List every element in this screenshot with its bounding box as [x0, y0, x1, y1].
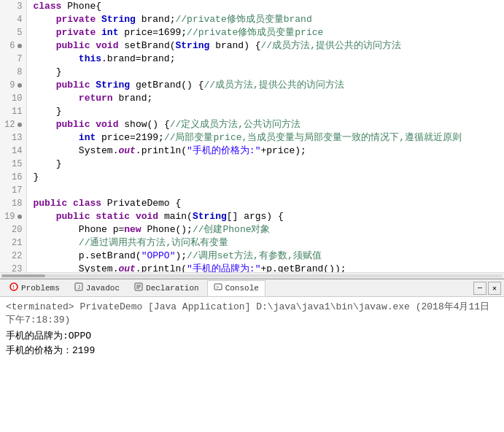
- code-line: this.brand=brand;: [30, 53, 501, 66]
- problems-icon: !: [9, 282, 18, 293]
- code-line: public String getBrand() {//成员方法,提供公共的访问…: [30, 79, 501, 92]
- svg-text:>_: >_: [216, 285, 222, 290]
- code-line: }: [30, 66, 501, 79]
- horizontal-scrollbar[interactable]: [0, 272, 504, 278]
- code-editor: 3456789101112131415161718192021222324252…: [0, 0, 504, 279]
- console-icon: >_: [214, 282, 222, 293]
- line-number: 10: [4, 92, 22, 105]
- code-line: private String brand;//private修饰成员变量bran…: [30, 13, 501, 26]
- line-number: 13: [4, 131, 22, 144]
- line-number: 22: [4, 250, 22, 263]
- line-number: 9: [4, 79, 22, 92]
- breakpoint-dot: [18, 123, 22, 127]
- code-line: public void setBrand(String brand) {//成员…: [30, 39, 501, 53]
- scrollbar-track: [1, 274, 503, 277]
- breakpoint-dot: [18, 44, 22, 48]
- breakpoint-dot: [18, 215, 22, 219]
- console-terminated-line: <terminated> PrivateDemo [Java Applicati…: [6, 300, 498, 326]
- console-body: <terminated> PrivateDemo [Java Applicati…: [0, 297, 504, 432]
- line-number: 3: [4, 0, 22, 13]
- scrollbar-thumb: [1, 274, 45, 277]
- close-console-button[interactable]: ✕: [488, 282, 501, 295]
- line-number: 18: [4, 197, 22, 210]
- code-line: //通过调用共有方法,访问私有变量: [30, 236, 501, 250]
- line-number: 19: [4, 210, 22, 223]
- javadoc-icon: J: [74, 282, 83, 293]
- code-line: }: [30, 105, 501, 118]
- code-line: public class PrivateDemo {: [30, 197, 501, 210]
- bottom-panel: !ProblemsJJavadocDeclaration>_Console—✕ …: [0, 279, 504, 432]
- line-number: 16: [4, 171, 22, 184]
- code-area: 3456789101112131415161718192021222324252…: [0, 0, 504, 272]
- decl-icon: [134, 282, 143, 293]
- code-line: }: [30, 158, 501, 171]
- line-number: 7: [4, 53, 22, 66]
- code-line: int price=2199;//局部变量price,当成员变量与局部变量一致的…: [30, 131, 501, 144]
- line-number: 4: [4, 13, 22, 26]
- line-number: 15: [4, 158, 22, 171]
- console-output-line: 手机的品牌为:OPPO: [6, 329, 498, 344]
- tab-console[interactable]: >_Console: [207, 280, 265, 296]
- svg-text:J: J: [77, 285, 80, 290]
- line-number: 8: [4, 66, 22, 79]
- code-line: private int price=1699;//private修饰成员变量pr…: [30, 26, 501, 39]
- line-number: 20: [4, 223, 22, 236]
- tab-label-javadoc: Javadoc: [86, 284, 120, 293]
- code-line: Phone p=new Phone();//创建Phone对象: [30, 223, 501, 236]
- line-number: 11: [4, 105, 22, 118]
- line-number: 23: [4, 263, 22, 272]
- code-line: public static void main(String[] args) {: [30, 210, 501, 223]
- code-line: p.setBrand("OPPO");//调用set方法,有参数,须赋值: [30, 250, 501, 263]
- line-number: 6: [4, 39, 22, 53]
- tab-label-declaration: Declaration: [146, 284, 199, 293]
- tab-javadoc[interactable]: JJavadoc: [68, 280, 126, 296]
- svg-text:!: !: [12, 284, 15, 290]
- tab-declaration[interactable]: Declaration: [128, 280, 206, 296]
- tabs-bar: !ProblemsJJavadocDeclaration>_Console—✕: [0, 279, 504, 297]
- line-number: 14: [4, 144, 22, 158]
- code-line: [30, 184, 501, 197]
- code-line: }: [30, 171, 501, 184]
- code-line: public void show() {//定义成员方法,公共访问方法: [30, 118, 501, 131]
- tab-label-problems: Problems: [21, 284, 60, 293]
- minimize-console-button[interactable]: —: [473, 282, 486, 295]
- console-controls: —✕: [473, 282, 501, 295]
- tab-problems[interactable]: !Problems: [3, 280, 66, 296]
- code-content[interactable]: class Phone{ private String brand;//priv…: [27, 0, 504, 272]
- code-line: System.out.println("手机的价格为:"+price);: [30, 144, 501, 158]
- tab-label-console: Console: [225, 284, 259, 293]
- line-number: 21: [4, 236, 22, 250]
- line-number: 12: [4, 118, 22, 131]
- line-number: 17: [4, 184, 22, 197]
- code-line: class Phone{: [30, 0, 501, 13]
- code-line: System.out.println("手机的品牌为:"+p.getBrand(…: [30, 263, 501, 272]
- line-number: 5: [4, 26, 22, 39]
- breakpoint-dot: [18, 83, 22, 88]
- code-line: return brand;: [30, 92, 501, 105]
- console-output-line: 手机的价格为：2199: [6, 344, 498, 358]
- line-numbers: 3456789101112131415161718192021222324252…: [0, 0, 27, 272]
